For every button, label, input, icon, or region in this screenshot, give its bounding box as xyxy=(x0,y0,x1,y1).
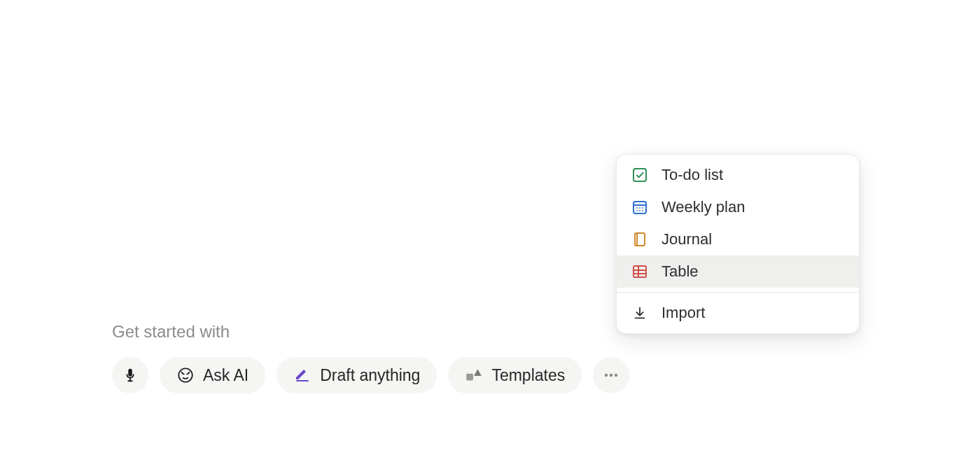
menu-item-weekly-plan[interactable]: Weekly plan xyxy=(617,191,859,223)
get-started-heading: Get started with xyxy=(112,322,629,342)
table-grid-icon xyxy=(631,262,649,281)
more-horizontal-icon xyxy=(602,366,620,384)
svg-point-12 xyxy=(636,210,638,211)
templates-label: Templates xyxy=(491,366,565,385)
more-options-button[interactable] xyxy=(593,357,629,393)
menu-item-label: Journal xyxy=(662,230,712,248)
import-download-icon xyxy=(631,304,649,322)
shapes-icon xyxy=(465,366,483,384)
menu-item-label: To-do list xyxy=(662,166,723,184)
more-options-menu: To-do list Weekly plan Journal xyxy=(616,154,860,334)
menu-item-label: Table xyxy=(662,262,699,281)
menu-item-label: Import xyxy=(662,304,705,322)
voice-button[interactable] xyxy=(112,357,148,393)
menu-item-journal[interactable]: Journal xyxy=(617,223,859,255)
svg-point-3 xyxy=(605,374,608,377)
svg-point-11 xyxy=(642,207,643,209)
svg-point-4 xyxy=(610,374,612,377)
get-started-section: Get started with Ask AI xyxy=(112,322,629,393)
menu-item-table[interactable]: Table xyxy=(617,255,859,288)
ask-ai-label: Ask AI xyxy=(203,366,248,385)
microphone-icon xyxy=(121,366,139,384)
svg-point-14 xyxy=(642,210,643,211)
templates-button[interactable]: Templates xyxy=(448,357,582,393)
svg-point-9 xyxy=(636,207,638,209)
journal-book-icon xyxy=(631,230,649,248)
ask-ai-face-icon xyxy=(176,366,195,384)
menu-item-import[interactable]: Import xyxy=(617,297,859,329)
svg-rect-6 xyxy=(634,169,646,181)
calendar-icon xyxy=(631,198,649,216)
svg-point-0 xyxy=(178,368,192,382)
menu-item-label: Weekly plan xyxy=(662,198,745,216)
menu-item-todo-list[interactable]: To-do list xyxy=(617,159,859,191)
svg-marker-2 xyxy=(474,369,482,376)
svg-point-5 xyxy=(615,374,617,377)
svg-rect-17 xyxy=(634,266,646,277)
todo-checkbox-icon xyxy=(631,166,649,184)
svg-point-13 xyxy=(639,210,640,211)
svg-point-10 xyxy=(639,207,640,209)
draft-anything-button[interactable]: Draft anything xyxy=(276,357,437,393)
pencil-line-icon xyxy=(293,366,312,384)
menu-separator xyxy=(617,292,859,293)
draft-anything-label: Draft anything xyxy=(320,366,420,385)
svg-rect-1 xyxy=(467,374,474,381)
ask-ai-button[interactable]: Ask AI xyxy=(160,357,265,393)
pill-row: Ask AI Draft anything Templates xyxy=(112,357,629,393)
